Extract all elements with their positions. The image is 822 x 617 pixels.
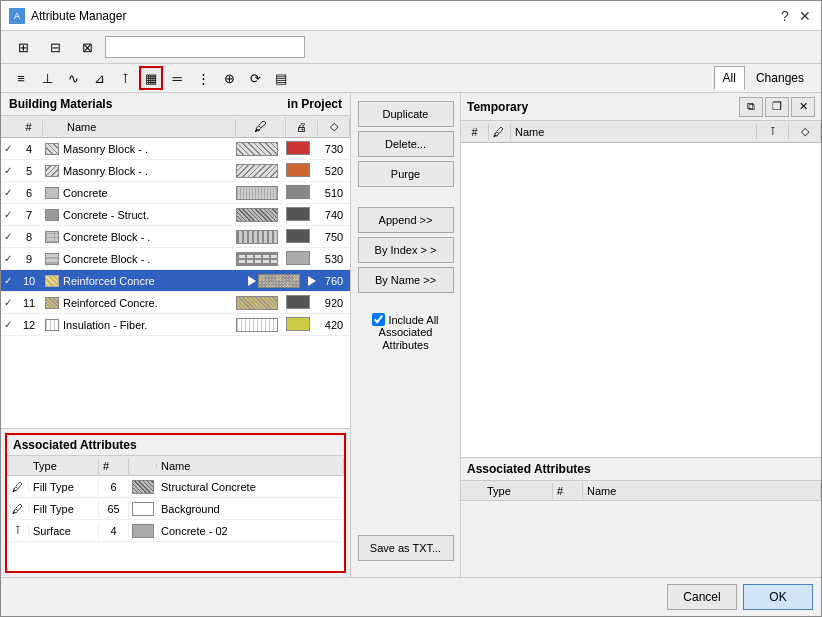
table-row[interactable]: ✓ 8 Concrete Block - . 750 <box>1 226 350 248</box>
right-assoc-title: Associated Attributes <box>461 458 821 481</box>
include-all-label: Include All <box>388 314 438 326</box>
category-lines[interactable]: ⊥ <box>35 66 59 90</box>
temp-col-pri: ◇ <box>789 123 821 140</box>
temp-copy-button[interactable]: ⧉ <box>739 97 763 117</box>
assoc-title: Associated Attributes <box>7 435 344 456</box>
right-associated-attributes-panel: Associated Attributes Type # Name <box>461 457 821 577</box>
right-assoc-name-col: Name <box>583 483 821 499</box>
table-row[interactable]: ✓ 5 Masonry Block - . 520 <box>1 160 350 182</box>
assoc-num-cell: 65 <box>99 501 129 517</box>
table-row[interactable]: ✓ 7 Concrete - Struct. 740 <box>1 204 350 226</box>
toolbar-btn-1[interactable]: ⊞ <box>9 35 37 59</box>
attribute-manager-dialog: A Attribute Manager ? ✕ ⊞ ⊟ ⊠ ≡ ⊥ ∿ ⊿ ⊺ … <box>0 0 822 617</box>
category-zones[interactable]: ⊕ <box>217 66 241 90</box>
toolbar-row2: ≡ ⊥ ∿ ⊿ ⊺ ▦ ═ ⋮ ⊕ ⟳ ▤ All Changes <box>1 64 821 93</box>
section-title: Building Materials <box>9 97 112 111</box>
assoc-type-cell: Fill Type <box>29 479 99 495</box>
right-assoc-header: Type # Name <box>461 481 821 501</box>
tab-all[interactable]: All <box>714 66 745 90</box>
bottom-bar: Cancel OK <box>1 577 821 616</box>
delete-button[interactable]: Delete... <box>358 131 454 157</box>
assoc-col-type: Type <box>29 458 99 474</box>
category-fills[interactable]: ∿ <box>61 66 85 90</box>
assoc-type-cell: Surface <box>29 523 99 539</box>
middle-panel: Duplicate Delete... Purge Append >> By I… <box>351 93 461 577</box>
category-materials[interactable]: ▦ <box>139 66 163 90</box>
purge-button[interactable]: Purge <box>358 161 454 187</box>
assoc-num-cell: 6 <box>99 479 129 495</box>
assoc-table-header: Type # Name <box>7 456 344 476</box>
category-profiles[interactable]: ═ <box>165 66 189 90</box>
assoc-row[interactable]: ⊺ Surface 4 Concrete - 02 <box>7 520 344 542</box>
duplicate-button[interactable]: Duplicate <box>358 101 454 127</box>
category-markups[interactable]: ⋮ <box>191 66 215 90</box>
assoc-col-preview <box>129 464 157 468</box>
temp-col-name: Name <box>511 124 757 140</box>
main-content: Building Materials in Project # Name 🖊 🖨… <box>1 93 821 577</box>
title-bar: A Attribute Manager ? ✕ <box>1 1 821 31</box>
tab-changes[interactable]: Changes <box>747 66 813 90</box>
assoc-name-cell: Concrete - 02 <box>157 523 344 539</box>
category-composites[interactable]: ⊿ <box>87 66 111 90</box>
ok-button[interactable]: OK <box>743 584 813 610</box>
col-header-surf: 🖨 <box>286 119 318 135</box>
table-row[interactable]: ✓ 11 Reinforced Concre. 920 <box>1 292 350 314</box>
include-all-checkbox[interactable] <box>372 313 385 326</box>
help-button[interactable]: ? <box>777 8 793 24</box>
associated-attributes-panel: Associated Attributes Type # Name 🖊 Fill… <box>5 433 346 573</box>
by-index-button[interactable]: By Index > > <box>358 237 454 263</box>
temp-col-surf: ⊺ <box>757 123 789 140</box>
temporary-header: Temporary ⧉ ❐ ✕ <box>461 93 821 121</box>
search-input[interactable] <box>105 36 305 58</box>
category-layers[interactable]: ≡ <box>9 66 33 90</box>
assoc-col-num: # <box>99 458 129 474</box>
table-row[interactable]: ✓ 9 Concrete Block - . 530 <box>1 248 350 270</box>
assoc-num-cell: 4 <box>99 523 129 539</box>
right-assoc-num-col: # <box>553 483 583 499</box>
assoc-name-cell: Background <box>157 501 344 517</box>
close-button[interactable]: ✕ <box>797 8 813 24</box>
left-panel: Building Materials in Project # Name 🖊 🖨… <box>1 93 351 577</box>
assoc-type-cell: Fill Type <box>29 501 99 517</box>
save-as-txt-button[interactable]: Save as TXT... <box>358 535 454 561</box>
col-header-name: Name <box>63 119 236 135</box>
col-header-priority: ◇ <box>318 118 350 135</box>
temporary-buttons: ⧉ ❐ ✕ <box>739 97 815 117</box>
temp-paste-button[interactable]: ❐ <box>765 97 789 117</box>
assoc-row[interactable]: 🖊 Fill Type 65 Background <box>7 498 344 520</box>
assoc-col-name: Name <box>157 458 344 474</box>
table-row[interactable]: ✓ 10 Reinforced Concre 760 <box>1 270 350 292</box>
category-operations[interactable]: ⟳ <box>243 66 267 90</box>
include-all-container: Include All AssociatedAttributes <box>372 313 438 352</box>
temp-table-header: # 🖊 Name ⊺ ◇ <box>461 121 821 143</box>
temp-col-num: # <box>461 124 489 140</box>
category-surfaces[interactable]: ⊺ <box>113 66 137 90</box>
dialog-icon: A <box>9 8 25 24</box>
right-panel: Temporary ⧉ ❐ ✕ # 🖊 Name ⊺ ◇ <box>461 93 821 577</box>
by-name-button[interactable]: By Name >> <box>358 267 454 293</box>
table-row[interactable]: ✓ 12 Insulation - Fiber. 420 <box>1 314 350 336</box>
materials-table: # Name 🖊 🖨 ◇ ✓ 4 Masonry Block - . <box>1 116 350 429</box>
title-bar-controls: ? ✕ <box>777 8 813 24</box>
toolbar-btn-2[interactable]: ⊟ <box>41 35 69 59</box>
dialog-title: Attribute Manager <box>31 9 126 23</box>
col-header-num: # <box>15 119 43 135</box>
toolbar-row1: ⊞ ⊟ ⊠ <box>1 31 821 64</box>
temp-delete-button[interactable]: ✕ <box>791 97 815 117</box>
temp-col-edit: 🖊 <box>489 124 511 140</box>
right-assoc-type-col: Type <box>483 483 553 499</box>
table-row[interactable]: ✓ 4 Masonry Block - . 730 <box>1 138 350 160</box>
assoc-attr-label: AssociatedAttributes <box>379 326 433 352</box>
cancel-button[interactable]: Cancel <box>667 584 737 610</box>
assoc-row[interactable]: 🖊 Fill Type 6 Structural Concrete <box>7 476 344 498</box>
title-bar-left: A Attribute Manager <box>9 8 126 24</box>
col-header-fill: 🖊 <box>236 117 286 136</box>
temporary-table: # 🖊 Name ⊺ ◇ <box>461 121 821 457</box>
table-row[interactable]: ✓ 6 Concrete 510 <box>1 182 350 204</box>
section-header: Building Materials in Project <box>1 93 350 116</box>
append-button[interactable]: Append >> <box>358 207 454 233</box>
category-grid[interactable]: ▤ <box>269 66 293 90</box>
toolbar-btn-3[interactable]: ⊠ <box>73 35 101 59</box>
table-header: # Name 🖊 🖨 ◇ <box>1 116 350 138</box>
section-right: in Project <box>287 97 342 111</box>
